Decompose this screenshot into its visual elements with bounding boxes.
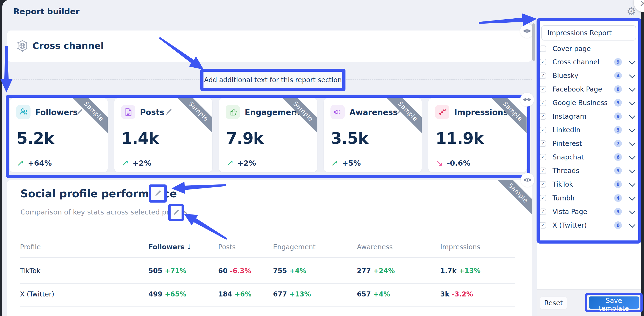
chevron-down-icon[interactable] <box>629 140 636 146</box>
section-visibility-eye-icon[interactable] <box>520 24 534 38</box>
column-header-engagement[interactable]: Engagement <box>273 243 357 251</box>
save-template-button[interactable]: Save template <box>589 296 639 308</box>
checkbox-checked[interactable] <box>540 100 546 106</box>
chevron-down-icon[interactable] <box>629 180 636 187</box>
add-text-button[interactable]: Add additional text for this report sect… <box>200 69 346 91</box>
edit-subtitle-pencil-button[interactable] <box>168 204 184 221</box>
checkbox-checked[interactable] <box>540 86 546 92</box>
checkbox-checked[interactable] <box>540 195 546 201</box>
column-header-posts[interactable]: Posts <box>218 243 273 251</box>
cross-channel-section: Cross channel <box>7 30 532 62</box>
column-header-followers[interactable]: Followers↓ <box>148 243 218 251</box>
card-label: Followers <box>35 108 78 117</box>
checkbox-checked[interactable] <box>540 140 546 147</box>
count-badge: 8 <box>614 180 622 188</box>
checkbox-unchecked[interactable] <box>540 46 546 52</box>
chevron-down-icon[interactable] <box>629 126 636 132</box>
count-badge: 3 <box>614 208 622 216</box>
awareness-cell: 657+4% <box>357 290 440 298</box>
sidebar-item-cover-page[interactable]: Cover page <box>540 42 638 55</box>
sidebar-item-bluesky[interactable]: Bluesky 4 <box>540 69 638 82</box>
cell-delta: +65% <box>165 290 186 298</box>
edit-title-pencil-button[interactable] <box>149 184 167 202</box>
checkbox-checked[interactable] <box>540 127 546 133</box>
checkbox-checked[interactable] <box>540 113 546 120</box>
cell-value: 1.7k <box>440 267 456 275</box>
chevron-down-icon[interactable] <box>629 194 636 201</box>
checkbox-checked[interactable] <box>540 208 546 215</box>
social-visibility-eye-icon[interactable] <box>520 173 534 187</box>
card-posts: Posts 1.4k ↗ +2% Sample <box>114 98 212 172</box>
table-row-tiktok: TikTok 505+71% 60-6.3% 755+4% 277+24% 1.… <box>20 259 520 282</box>
report-name-input[interactable] <box>541 25 636 40</box>
cell-value: 277 <box>357 267 371 275</box>
chevron-down-icon[interactable] <box>629 72 636 78</box>
sidebar-item-vista-page[interactable]: Vista Page 3 <box>540 205 638 218</box>
gear-icon[interactable]: ⚙ <box>626 5 636 18</box>
vertical-scrollbar[interactable] <box>532 23 535 61</box>
column-header-awareness[interactable]: Awareness <box>357 243 440 251</box>
checkbox-checked[interactable] <box>540 72 546 79</box>
engagement-cell: 677+13% <box>273 290 357 298</box>
chevron-down-icon[interactable] <box>629 153 636 160</box>
sidebar-item-pinterest[interactable]: Pinterest 7 <box>540 137 638 150</box>
chevron-down-icon[interactable] <box>629 208 636 214</box>
card-delta: ↗ +2% <box>122 158 152 168</box>
sidebar-item-x-twitter[interactable]: X (Twitter) 6 <box>540 218 638 232</box>
sidebar-item-label: LinkedIn <box>552 126 614 134</box>
card-followers: Followers 5.2k ↗ +64% Sample <box>10 98 108 172</box>
sidebar-item-linkedin[interactable]: LinkedIn 3 <box>540 123 638 136</box>
checkbox-checked[interactable] <box>540 59 546 65</box>
impressions-cell: 1.7k+13% <box>440 267 520 275</box>
add-text-label: Add additional text for this report sect… <box>204 76 342 84</box>
card-label: Impressions <box>454 108 508 117</box>
chevron-down-icon[interactable] <box>629 58 636 64</box>
chevron-down-icon[interactable] <box>629 167 636 173</box>
followers-cell: 505+71% <box>148 267 218 275</box>
cell-value: 60 <box>218 267 228 275</box>
column-header-impressions[interactable]: Impressions <box>440 243 520 251</box>
card-label: Posts <box>140 108 164 117</box>
edit-pencil-icon[interactable] <box>165 108 172 116</box>
cards-visibility-eye-icon[interactable] <box>520 93 534 106</box>
column-header-label: Followers <box>148 243 184 251</box>
sort-down-icon: ↓ <box>186 243 192 251</box>
cell-delta: +71% <box>165 267 186 275</box>
sidebar-item-snapchat[interactable]: Snapchat 6 <box>540 150 638 164</box>
checkbox-checked[interactable] <box>540 154 546 160</box>
sidebar-item-google-business[interactable]: Google Business 5 <box>540 96 638 110</box>
cell-value: 184 <box>218 290 232 298</box>
sidebar-item-tiktok[interactable]: TikTok 8 <box>540 178 638 191</box>
checkbox-checked[interactable] <box>540 222 546 228</box>
cell-value: 755 <box>273 267 287 275</box>
checkbox-checked[interactable] <box>540 181 546 188</box>
card-value: 3.5k <box>331 129 368 148</box>
cell-delta: +13% <box>459 267 480 275</box>
count-badge: 5 <box>614 99 622 106</box>
page-title: Report builder <box>13 7 80 16</box>
chevron-down-icon[interactable] <box>629 99 636 105</box>
followers-cell: 499+65% <box>148 290 218 298</box>
chevron-down-icon[interactable] <box>629 85 636 92</box>
sample-ribbon: Sample <box>173 98 212 137</box>
cell-delta: +13% <box>289 290 311 298</box>
card-engagement: Engagement 7.9k ↗ +2% Sample <box>219 98 317 172</box>
edit-pencil-icon[interactable] <box>76 108 84 116</box>
chevron-down-icon[interactable] <box>629 222 636 228</box>
cell-value: 3k <box>440 290 449 298</box>
sidebar-item-cross-channel[interactable]: Cross channel 9 <box>540 55 638 69</box>
sidebar-item-tumblr[interactable]: Tumblr 4 <box>540 191 638 205</box>
sidebar-item-facebook-page[interactable]: Facebook Page 8 <box>540 82 638 96</box>
chevron-down-icon[interactable] <box>629 112 636 119</box>
checkbox-checked[interactable] <box>540 168 546 174</box>
reset-button[interactable]: Reset <box>540 297 567 309</box>
sidebar-item-threads[interactable]: Threads 5 <box>540 164 638 177</box>
impressions-icon <box>435 105 449 119</box>
column-header-profile[interactable]: Profile <box>20 243 148 251</box>
close-icon: × <box>639 0 644 8</box>
count-badge: 4 <box>614 194 622 202</box>
sidebar-item-instagram[interactable]: Instagram 9 <box>540 110 638 123</box>
card-label: Awareness <box>350 108 398 117</box>
sidebar-item-label: Cover page <box>552 45 638 53</box>
cell-delta: +6% <box>234 290 251 298</box>
